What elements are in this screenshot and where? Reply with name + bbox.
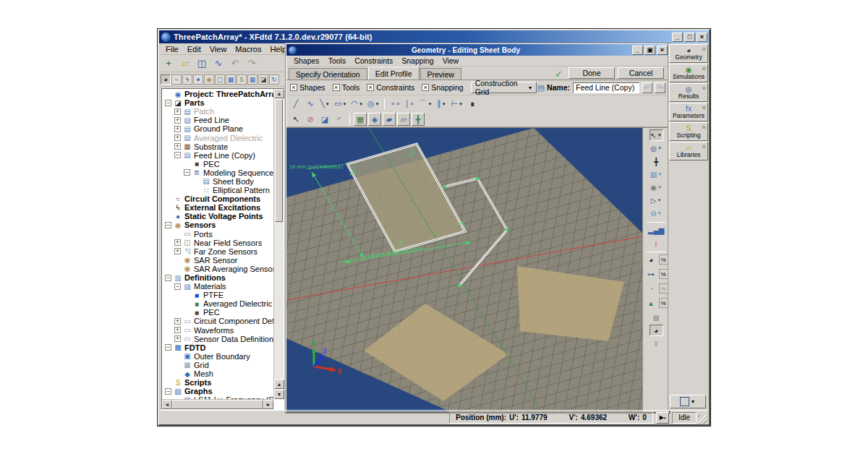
tree-item[interactable]: +◹ Far Zone Sensors [162, 247, 273, 256]
definitions-icon[interactable]: ▢ [215, 74, 225, 85]
cancel-button[interactable]: Cancel [618, 67, 664, 79]
menu-view[interactable]: View [205, 44, 231, 54]
geometry-editor-titlebar[interactable]: Geometry - Editing Sheet Body _▣× [286, 44, 669, 56]
tree-item[interactable]: ▦ Grid [162, 361, 273, 369]
circle-tool-icon[interactable]: ◎▼ [366, 98, 381, 111]
tree-horizontal-scrollbar[interactable]: ◄ ► [162, 399, 273, 409]
minimize-button[interactable]: _ [672, 33, 683, 42]
tree-item[interactable]: −◪ Parts [162, 98, 273, 107]
main-titlebar[interactable]: ThreePatchArray* - XFdtd 7.1.2.0.dev.r29… [159, 30, 709, 43]
tree-expander-plus-icon[interactable]: + [174, 248, 181, 254]
tree-item[interactable]: −▥ Definitions [162, 273, 273, 282]
dock-button-scripting[interactable]: ⊗ S Scripting [669, 122, 708, 141]
tree-expander-plus-icon[interactable]: + [174, 239, 181, 246]
tree-expander-plus-icon[interactable]: + [174, 143, 181, 150]
dimension-constraint-icon[interactable]: ⊢▼ [449, 98, 464, 111]
geometry-opacity-icon[interactable]: ◕ [644, 254, 658, 265]
static-voltage-icon[interactable]: ● [193, 74, 203, 85]
toggle-tools[interactable]: × Tools [333, 83, 360, 92]
look-at-icon[interactable]: ⊖▼ [650, 207, 663, 219]
line-tool-icon[interactable]: ╱ [289, 98, 302, 111]
scroll-left-icon[interactable]: ◄ [162, 400, 172, 409]
opacity-percent-button[interactable]: % [659, 254, 668, 265]
tree-item[interactable]: ≈ Circuit Components [162, 194, 273, 203]
opacity-percent-button[interactable]: % [659, 283, 668, 294]
run-macro-icon[interactable]: ∿ [210, 56, 226, 71]
external-excitations-icon[interactable]: ϟ [182, 74, 192, 85]
close-button[interactable]: × [657, 46, 668, 55]
tree-expander-minus-icon[interactable]: − [165, 275, 171, 281]
tree-item[interactable]: ▣ Outer Boundary [162, 352, 273, 361]
name-input[interactable] [573, 82, 639, 93]
run-simulation-button[interactable]: ▶▾ [656, 412, 669, 424]
tree-item[interactable]: −▧ Graphs [162, 387, 273, 395]
tree-item[interactable]: ∷ Elliptical Pattern [162, 186, 273, 194]
toggle-grid-icon[interactable]: ▦ [354, 113, 367, 126]
tree-item[interactable]: +▭ Sensor Data Definitions [162, 335, 273, 343]
detach-icon[interactable]: ⊗ [702, 65, 706, 72]
tree-item[interactable]: +▤ Ground Plane [162, 124, 273, 133]
dock-button-geometry[interactable]: ⊗ ◕ Geometry [669, 44, 708, 63]
pan-view-icon[interactable]: ╋ [650, 155, 663, 167]
fillet-tool-icon[interactable]: ◜ [333, 113, 346, 126]
tree-vscroll-thumb[interactable] [275, 99, 283, 222]
scroll-down-icon[interactable]: ▼ [274, 390, 284, 399]
toggle-constraints[interactable]: × Constraints [367, 83, 414, 92]
refresh-icon[interactable]: ↻ [269, 74, 279, 85]
scroll-up-icon[interactable]: ▲ [274, 380, 284, 389]
tree-expander-minus-icon[interactable]: − [165, 388, 171, 395]
tree-vertical-scrollbar[interactable]: ▲ ▲ ▼ [273, 89, 284, 399]
orbit-view-icon[interactable]: ◉▼ [650, 181, 663, 193]
detach-icon[interactable]: ⊗ [702, 124, 706, 130]
tree-item[interactable]: S Scripts [162, 378, 273, 387]
scripts-icon[interactable]: S [237, 74, 247, 85]
tab-preview[interactable]: Preview [420, 68, 461, 80]
tree-item[interactable]: −▨ Materials [162, 282, 273, 291]
tree-item[interactable]: +▤ Patch [162, 107, 273, 116]
redo-name-icon[interactable]: ↷ [655, 82, 665, 93]
select-view-icon[interactable]: ↖▼ [650, 129, 663, 141]
detach-icon[interactable]: ⊗ [702, 104, 706, 111]
tree-expander-minus-icon[interactable]: − [184, 169, 190, 176]
detach-icon[interactable]: ⊗ [702, 46, 706, 52]
vertical-constraint-icon[interactable]: ∣∘ [403, 98, 416, 111]
tree-item[interactable]: +◫ Near Field Sensors [162, 239, 273, 247]
tree-item[interactable]: ϟ External Excitations [162, 203, 273, 212]
maximize-button[interactable]: □ [684, 33, 695, 42]
done-button[interactable]: Done [569, 67, 615, 79]
tree-expander-plus-icon[interactable]: + [174, 318, 181, 325]
tree-item[interactable]: ■ PTFE [162, 291, 273, 299]
window-layout-button[interactable]: ▼ [670, 395, 706, 408]
dock-button-libraries[interactable]: ⊗ ▱ Libraries [669, 142, 708, 160]
toggle-plane-icon[interactable]: ▱ [397, 113, 410, 126]
toggle-snap-icon[interactable]: ◈ [368, 113, 381, 126]
tree-item[interactable]: −▩ FDTD [162, 343, 273, 352]
tree-expander-minus-icon[interactable]: − [165, 344, 171, 351]
dock-button-results[interactable]: ⊗ ◎ Results [669, 83, 708, 102]
tab-edit-profile[interactable]: Edit Profile [368, 67, 420, 80]
coincident-constraint-icon[interactable]: ∘∘ [388, 98, 401, 111]
geometry-icon[interactable]: ◕ [161, 74, 171, 85]
select-tool-icon[interactable]: ↖ [289, 113, 302, 126]
display-icon[interactable]: ◪ [258, 74, 268, 85]
undo-name-icon[interactable]: ↶ [642, 82, 652, 93]
segment-tool-icon[interactable]: ╲▼ [318, 98, 331, 111]
tree-expander-plus-icon[interactable]: + [174, 327, 181, 333]
tree-item[interactable]: ■ PEC [162, 308, 273, 317]
tree-item[interactable]: ◉ Project: ThreePatchArray [162, 90, 273, 98]
opacity-percent-button[interactable]: % [659, 298, 668, 308]
restore-button[interactable]: ▣ [644, 46, 655, 55]
tree-expander-plus-icon[interactable]: + [174, 335, 181, 342]
tree-item[interactable]: ■ Averaged Dielectric M.. [162, 299, 273, 308]
tree-item[interactable]: ■ PEC [162, 160, 273, 168]
circuit-opacity-icon[interactable]: ⊶ [644, 268, 658, 280]
tree-item[interactable]: ● Static Voltage Points [162, 212, 273, 220]
tree-item[interactable]: ◆ Mesh [162, 369, 273, 378]
tree-expander-plus-icon[interactable]: + [174, 117, 181, 124]
new-file-icon[interactable]: + [161, 56, 176, 71]
geometry-view-icon[interactable]: ◕ [650, 325, 663, 336]
construction-grid-dropdown[interactable]: Construction Grid▼ [471, 82, 537, 93]
open-folder-icon[interactable]: ▱ [177, 56, 193, 71]
detach-icon[interactable]: ⊗ [702, 143, 706, 150]
tree-item[interactable]: ◉ SAR Sensor [162, 256, 273, 265]
